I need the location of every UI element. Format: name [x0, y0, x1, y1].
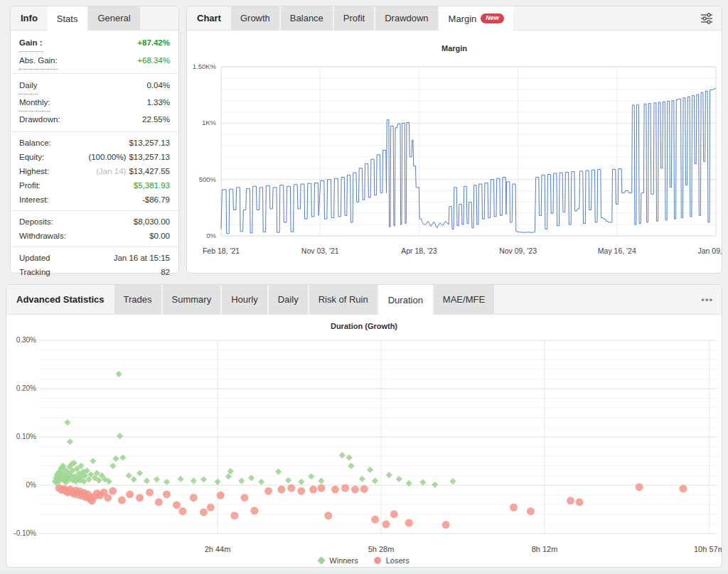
svg-text:Nov 09, '23: Nov 09, '23 [499, 247, 537, 255]
profit-value: $5,381.93 [134, 178, 170, 193]
abs-gain-value: +68.34% [137, 52, 170, 69]
ellipsis-icon[interactable]: ••• [692, 285, 722, 314]
profit-label: Profit: [19, 178, 41, 193]
tab-risk-of-ruin[interactable]: Risk of Ruin [309, 285, 378, 314]
svg-text:500%: 500% [199, 175, 217, 183]
legend-losers-label: Losers [386, 556, 410, 565]
advanced-statistics-tabstrip: Advanced Statistics Trades Summary Hourl… [6, 285, 722, 315]
stat-row-monthly: Monthly: 1.33% [19, 94, 170, 112]
tab-profit[interactable]: Profit [334, 6, 374, 30]
stat-row-equity: Equity: (100.00%)$13,257.13 [19, 150, 170, 164]
monthly-value: 1.33% [146, 94, 170, 111]
drawdown-label: Drawdown: [19, 112, 60, 128]
tab-growth[interactable]: Growth [231, 6, 279, 30]
svg-text:5h 28m: 5h 28m [368, 545, 395, 553]
tab-summary[interactable]: Summary [163, 285, 221, 314]
stat-row-withdrawals: Withdrawals: $0.00 [19, 229, 170, 243]
tab-margin[interactable]: Margin New [439, 6, 513, 31]
tab-info[interactable]: Info [11, 6, 48, 30]
svg-text:Jan 09, '25: Jan 09, '25 [697, 247, 722, 255]
tracking-value: 82 [161, 265, 170, 279]
duration-scatter-chart[interactable]: 0.30%0.20%0.10%0%-0.10%2h 44m5h 28m8h 12… [6, 315, 722, 556]
svg-text:8h 12m: 8h 12m [532, 545, 558, 553]
tab-stats[interactable]: Stats [48, 6, 87, 31]
updated-label: Updated [19, 251, 50, 265]
tracking-label: Tracking [19, 265, 50, 279]
tab-general[interactable]: General [88, 6, 139, 30]
balance-value: $13,257.13 [129, 136, 170, 150]
updated-value: Jan 16 at 15:15 [114, 251, 170, 265]
abs-gain-label[interactable]: Abs. Gain: [19, 52, 58, 70]
svg-text:May 16, '24: May 16, '24 [598, 247, 636, 255]
tab-daily[interactable]: Daily [269, 285, 308, 314]
tab-duration[interactable]: Duration [379, 285, 432, 315]
equity-percent: (100.00%) [88, 153, 126, 161]
monthly-label[interactable]: Monthly: [19, 94, 50, 112]
stats-panel: Info Stats General Gain : +87.42% Abs. G… [10, 6, 179, 274]
daily-value: 0.04% [146, 77, 170, 94]
svg-text:1K%: 1K% [202, 119, 217, 126]
balance-label: Balance: [19, 136, 51, 150]
legend-losers[interactable]: Losers [374, 556, 410, 565]
svg-text:0.30%: 0.30% [16, 336, 36, 344]
drawdown-value: 22.55% [142, 112, 170, 128]
tune-sliders-icon[interactable] [692, 6, 722, 30]
svg-text:0%: 0% [206, 232, 216, 239]
deposits-value: $8,030.00 [134, 215, 170, 229]
legend-winners-label: Winners [329, 556, 358, 565]
margin-chart-area: Margin 1.50K%1K%500%0%Feb 18, '21Nov 03,… [187, 31, 722, 274]
daily-label[interactable]: Daily [19, 77, 38, 94]
svg-text:-0.10%: -0.10% [14, 529, 36, 537]
svg-text:Feb 18, '21: Feb 18, '21 [203, 247, 240, 255]
svg-text:10h 57m: 10h 57m [694, 545, 722, 553]
deposits-label: Deposits: [19, 215, 53, 229]
svg-text:1.50K%: 1.50K% [193, 63, 217, 70]
tab-mae-mfe[interactable]: MAE/MFE [434, 285, 494, 314]
tab-hourly[interactable]: Hourly [222, 285, 267, 314]
advanced-statistics-panel: Advanced Statistics Trades Summary Hourl… [6, 284, 722, 568]
advanced-statistics-label: Advanced Statistics [6, 285, 114, 314]
svg-text:0.10%: 0.10% [16, 433, 36, 440]
stats-panel-tabstrip: Info Stats General [11, 6, 178, 31]
svg-text:0.20%: 0.20% [16, 384, 36, 392]
stat-row-highest: Highest: (Jan 14)$13,427.55 [19, 164, 170, 178]
svg-text:Nov 03, '21: Nov 03, '21 [301, 247, 339, 255]
divider [11, 210, 178, 211]
highest-label: Highest: [19, 164, 49, 178]
svg-text:0%: 0% [26, 481, 37, 489]
interest-value: -$86.79 [142, 193, 170, 207]
stat-row-balance: Balance: $13,257.13 [19, 136, 170, 150]
gain-value: +87.42% [137, 34, 170, 51]
margin-line-chart[interactable]: 1.50K%1K%500%0%Feb 18, '21Nov 03, '21Apr… [187, 31, 722, 274]
scatter-legend: Winners Losers [6, 556, 722, 565]
highest-value: (Jan 14)$13,427.55 [96, 164, 170, 178]
gain-label[interactable]: Gain : [19, 34, 43, 52]
interest-label: Interest: [19, 193, 49, 207]
stat-row-gain: Gain : +87.42% [19, 34, 170, 52]
stats-list: Gain : +87.42% Abs. Gain: +68.34% Daily … [11, 31, 178, 279]
tab-drawdown[interactable]: Drawdown [375, 6, 437, 30]
stat-row-updated: Updated Jan 16 at 15:15 [19, 251, 170, 265]
chart-panel-tabstrip: Chart Growth Balance Profit Drawdown Mar… [187, 6, 722, 31]
stat-row-interest: Interest: -$86.79 [19, 193, 170, 207]
highest-date: (Jan 14) [96, 167, 126, 175]
duration-chart-area: Duration (Growth) 0.30%0.20%0.10%0%-0.10… [6, 315, 722, 568]
stat-row-daily: Daily 0.04% [19, 77, 170, 94]
loser-circle-icon [374, 557, 381, 564]
tab-balance[interactable]: Balance [281, 6, 333, 30]
divider [11, 73, 178, 74]
withdrawals-value: $0.00 [149, 229, 170, 243]
winner-diamond-icon [318, 556, 326, 564]
svg-text:Apr 18, '23: Apr 18, '23 [401, 247, 437, 255]
chart-panel: Chart Growth Balance Profit Drawdown Mar… [186, 6, 722, 274]
stat-row-profit: Profit: $5,381.93 [19, 178, 170, 193]
tab-trades[interactable]: Trades [114, 285, 161, 314]
stat-row-abs-gain: Abs. Gain: +68.34% [19, 52, 170, 70]
stat-row-tracking: Tracking 82 [19, 265, 170, 279]
divider [11, 131, 178, 132]
legend-winners[interactable]: Winners [318, 556, 358, 565]
stat-row-deposits: Deposits: $8,030.00 [19, 215, 170, 229]
bottom-accent-strip [0, 571, 728, 574]
withdrawals-label: Withdrawals: [19, 229, 66, 243]
chart-panel-label: Chart [187, 6, 231, 30]
